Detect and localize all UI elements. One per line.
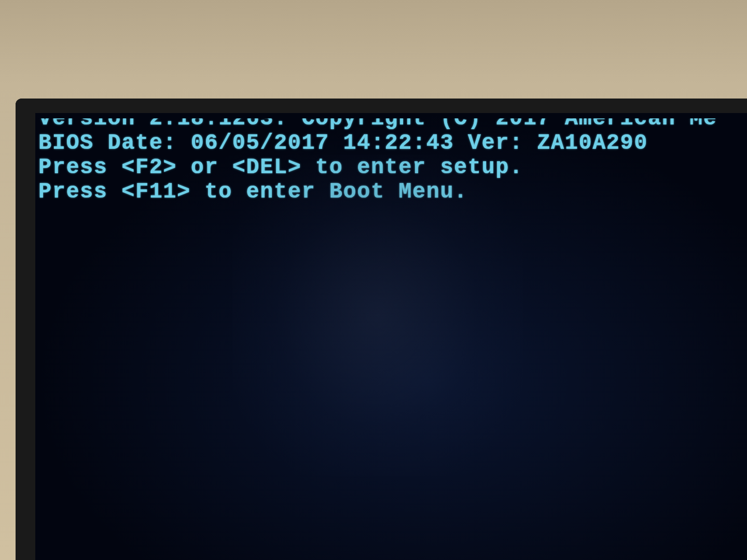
bios-post-screen: Version 2.18.1263. Copyright (C) 2017 Am… [35,113,747,560]
bios-setup-prompt: Press <F2> or <DEL> to enter setup. [38,156,747,180]
bios-version-line: Version 2.18.1263. Copyright (C) 2017 Am… [38,107,747,131]
bios-text-block: Version 2.18.1263. Copyright (C) 2017 Am… [38,107,747,204]
monitor-bezel: Version 2.18.1263. Copyright (C) 2017 Am… [16,99,747,560]
bios-date-line: BIOS Date: 06/05/2017 14:22:43 Ver: ZA10… [38,131,747,156]
bios-bootmenu-prompt: Press <F11> to enter Boot Menu. [38,180,747,204]
